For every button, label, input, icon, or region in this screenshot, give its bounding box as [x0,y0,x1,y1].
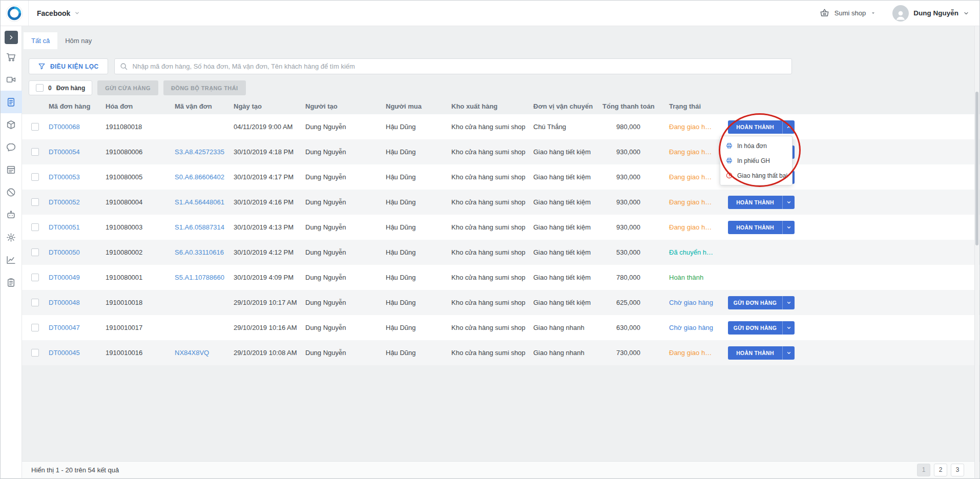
chevron-down-icon [786,325,791,330]
warehouse-cell: Kho cửa hàng sumi shop [451,248,533,256]
order-code-link[interactable]: DT000047 [49,324,106,331]
row-action-label: HOÀN THÀNH [728,199,782,205]
tracking-link[interactable]: S6.A0.33110616 [175,248,234,256]
column-header: Mã đơn hàng [49,102,106,110]
sidebar-item-package[interactable] [1,113,22,136]
row-checkbox[interactable] [31,148,39,156]
sidebar-item-expand[interactable] [1,29,22,46]
row-action-caret[interactable] [782,346,795,360]
row-checkbox[interactable] [31,173,39,181]
order-code-link[interactable]: DT000050 [49,248,106,256]
sidebar-item-chat[interactable] [1,136,22,158]
row-checkbox[interactable] [31,324,39,331]
sidebar-item-bot[interactable] [1,203,22,226]
row-action-label: GỬI ĐƠN HÀNG [728,325,782,331]
buyer-cell: Hậu Dũng [386,223,451,231]
order-code-link[interactable]: DT000052 [49,198,106,206]
row-action-button[interactable]: GỬI ĐƠN HÀNG [728,321,795,335]
expand-icon [5,31,18,44]
page-button-3[interactable]: 3 [951,464,964,476]
send-to-store-button[interactable]: GỬI CỬA HÀNG [97,80,158,95]
tracking-link[interactable]: S5.A1.10788660 [175,274,234,281]
app-logo-icon[interactable] [6,5,23,22]
sidebar-item-ban[interactable] [1,181,22,203]
order-code-link[interactable]: DT000054 [49,148,106,156]
row-action-caret[interactable] [782,120,795,134]
carrier-cell: Giao hàng tiết kiệm [533,274,602,281]
dropdown-item[interactable]: In hóa đơn [720,138,792,153]
order-code-link[interactable]: DT000068 [49,123,106,131]
tracking-link[interactable]: S3.A8.42572335 [175,148,234,156]
cart-icon [6,52,16,63]
row-checkbox[interactable] [31,223,39,231]
warehouse-cell: Kho cửa hàng sumi shop [451,148,533,156]
row-action-caret[interactable] [782,221,795,234]
sidebar-item-orders[interactable] [1,91,22,113]
dropdown-item[interactable]: Giao hàng thất bại [720,168,792,183]
tab-today[interactable]: Hôm nay [57,32,99,49]
total-cell: 530,000 [602,248,661,256]
sidebar-item-settings[interactable] [1,226,22,248]
row-action-caret[interactable] [782,296,795,309]
sidebar-item-pos[interactable] [1,158,22,181]
order-code-link[interactable]: DT000049 [49,274,106,281]
action-cell: HOÀN THÀNH [718,196,794,209]
order-code-link[interactable]: DT000048 [49,299,106,306]
row-action-button[interactable]: HOÀN THÀNH [728,196,795,209]
row-action-button[interactable]: HOÀN THÀNH [728,221,795,234]
user-menu[interactable]: Dung Nguyễn [892,5,969,22]
order-code-link[interactable]: DT000053 [49,173,106,181]
scrollbar-thumb[interactable] [975,92,978,245]
carrier-cell: Giao hàng nhanh [533,324,602,331]
row-action-caret[interactable] [782,321,795,335]
row-checkbox[interactable] [31,274,39,281]
row-checkbox[interactable] [31,349,39,357]
row-checkbox[interactable] [31,248,39,256]
table-header: Mã đơn hàngHóa đơnMã vận đơnNgày tạoNgườ… [22,98,979,114]
vertical-scrollbar[interactable] [974,26,979,478]
sync-status-button[interactable]: ĐỒNG BỘ TRẠNG THÁI [163,80,246,95]
filter-conditions-button[interactable]: ĐIỀU KIỆN LỌC [29,58,108,74]
row-action-button[interactable]: HOÀN THÀNH [728,120,795,134]
table-row: DT0000531910080005S0.A6.8660640230/10/20… [22,164,979,190]
created-date-cell: 30/10/2019 4:18 PM [234,148,305,156]
sidebar-item-analytics[interactable] [1,248,22,271]
channel-selector[interactable]: Facebook [29,1,88,26]
row-checkbox[interactable] [31,299,39,306]
row-checkbox[interactable] [31,198,39,206]
row-checkbox[interactable] [31,123,39,131]
page-button-2[interactable]: 2 [934,464,947,476]
selected-orders-chip[interactable]: 0 Đơn hàng [29,80,92,95]
search-input[interactable] [114,58,792,74]
warehouse-cell: Kho cửa hàng sumi shop [451,299,533,306]
buyer-cell: Hậu Dũng [386,198,451,206]
tracking-link[interactable]: NX84X8VQ [175,349,234,357]
tracking-link[interactable]: S1.A6.05887314 [175,223,234,231]
invoice-cell: 1910010018 [106,299,175,306]
tracking-link[interactable]: S0.A6.86606402 [175,173,234,181]
dropdown-item[interactable]: In phiếu GH [720,153,792,168]
shop-selector[interactable]: Sumi shop [819,8,876,18]
total-cell: 930,000 [602,148,661,156]
row-action-button[interactable]: GỬI ĐƠN HÀNG [728,296,795,309]
order-code-link[interactable]: DT000045 [49,349,106,357]
chevron-down-icon [786,225,791,230]
sidebar-item-report[interactable] [1,271,22,294]
sidebar-item-cart[interactable] [1,46,22,68]
page-button-1[interactable]: 1 [917,464,930,476]
sidebar-item-video[interactable] [1,68,22,91]
row-action-button[interactable]: HOÀN THÀNH [728,346,795,360]
table-row: DT000048191001001829/10/2019 10:17 AMDun… [22,290,979,315]
select-all-checkbox[interactable] [36,84,44,92]
carrier-cell: Giao hàng tiết kiệm [533,223,602,231]
chevron-down-icon [74,10,80,16]
invoice-cell: 1910010017 [106,324,175,331]
order-code-link[interactable]: DT000051 [49,223,106,231]
row-action-caret[interactable] [782,196,795,209]
warehouse-cell: Kho cửa hàng sumi shop [451,349,533,357]
total-cell: 780,000 [602,274,661,281]
ban-icon [6,187,16,198]
tab-all[interactable]: Tất cả [24,32,57,49]
created-date-cell: 30/10/2019 4:13 PM [234,223,305,231]
tracking-link[interactable]: S1.A4.56448061 [175,198,234,206]
